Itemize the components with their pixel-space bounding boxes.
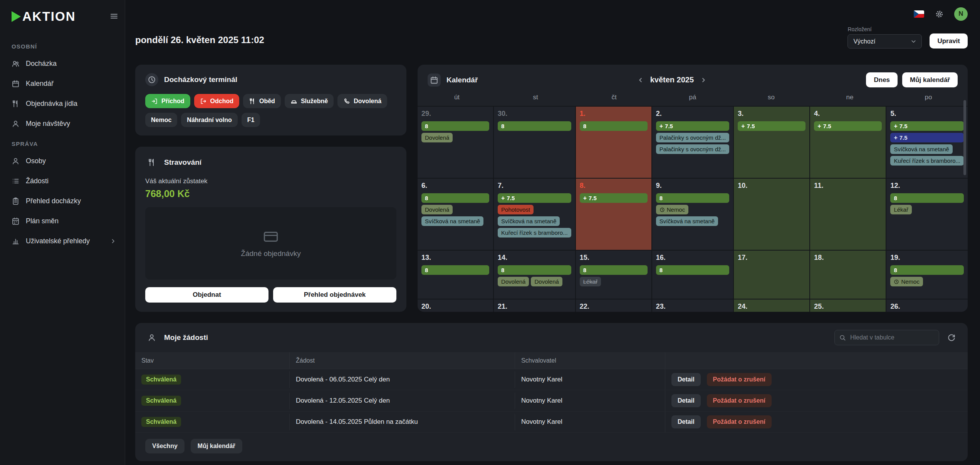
calendar-event-bar[interactable]: 8 (656, 265, 730, 275)
filter-vsechny[interactable]: Všechny (145, 439, 185, 453)
calendar-event-bar[interactable]: 8 (498, 265, 571, 275)
orders-overview-button[interactable]: Přehled objednávek (273, 287, 396, 303)
calendar-day-cell[interactable]: 13.8 (418, 251, 493, 299)
czech-flag-icon[interactable] (914, 10, 924, 18)
calendar-event-plus[interactable]: +7.5 (656, 121, 730, 131)
calendar-day-cell[interactable]: 24. (734, 299, 809, 312)
user-avatar[interactable]: N (954, 7, 968, 21)
calendar-event-plus[interactable]: +7.5 (890, 121, 964, 131)
terminal-button-sluzebne[interactable]: Služebně (285, 94, 334, 108)
calendar-day-cell[interactable]: 26. (886, 299, 968, 312)
calendar-day-cell[interactable]: 21. (494, 299, 575, 312)
today-button[interactable]: Dnes (866, 72, 898, 87)
calendar-event-olive[interactable]: Dovolená (421, 133, 453, 142)
terminal-button-dovolena[interactable]: Dovolená (337, 94, 387, 108)
terminal-button-nahradni-volno[interactable]: Náhradní volno (181, 113, 237, 127)
calendar-day-cell[interactable]: 19.8Nemoc (886, 251, 968, 299)
calendar-scrollbar[interactable] (963, 100, 966, 175)
calendar-event-bar[interactable]: 8 (421, 121, 489, 131)
cancel-request-button[interactable]: Požádat o zrušení (707, 394, 772, 407)
calendar-event-bar[interactable]: 8 (656, 193, 730, 203)
sidebar-item-kalendar[interactable]: Kalendář (0, 74, 125, 94)
calendar-day-cell[interactable]: 12.8Lékař (886, 179, 968, 250)
calendar-event-olive[interactable]: Dovolená (531, 277, 562, 286)
calendar-event-red[interactable]: Pohotovost (498, 205, 534, 214)
sidebar-item-prehled-dochazky[interactable]: Přehled docházky (0, 191, 125, 211)
calendar-day-cell[interactable]: 23. (652, 299, 733, 312)
calendar-event-bar[interactable]: 8 (580, 265, 648, 275)
edit-layout-button[interactable]: Upravit (930, 33, 968, 49)
calendar-event-bar[interactable]: 8 (890, 193, 964, 203)
calendar-day-cell[interactable]: 18. (810, 251, 886, 299)
sidebar-item-osoby[interactable]: Osoby (0, 151, 125, 171)
terminal-button-f1[interactable]: F1 (242, 113, 260, 127)
calendar-day-cell[interactable]: 17. (734, 251, 809, 299)
calendar-day-cell[interactable]: 1.8 (576, 107, 651, 178)
calendar-day-cell[interactable]: 7.+7.5PohotovostSvíčková na smetaněKuřec… (494, 179, 575, 250)
terminal-button-nemoc[interactable]: Nemoc (145, 113, 177, 127)
calendar-event-teal[interactable]: Svíčková na smetaně (656, 216, 718, 226)
sidebar-item-objednavka-jidla[interactable]: Objednávka jídla (0, 94, 125, 114)
calendar-event-olive[interactable]: Dovolená (421, 205, 453, 214)
calendar-event-teal[interactable]: Kuřecí řízek s bramboro... (498, 228, 571, 238)
calendar-day-cell[interactable]: 2.+7.5Palačinky s ovocným dž...Palačinky… (652, 107, 733, 178)
calendar-event-teal[interactable]: Svíčková na smetaně (421, 216, 483, 226)
calendar-day-cell[interactable]: 9.8NemocSvíčková na smetaně (652, 179, 733, 250)
calendar-event-plus[interactable]: +7.5 (580, 193, 648, 203)
calendar-event-plus-blue[interactable]: +7.5 (890, 133, 964, 142)
calendar-event-gray[interactable]: Lékař (580, 277, 601, 286)
filter-muj-kalendar[interactable]: Můj kalendář (191, 439, 242, 453)
calendar-event-teal[interactable]: Kuřecí řízek s bramboro... (890, 156, 964, 166)
settings-button[interactable] (933, 7, 946, 20)
sidebar-item-zadosti[interactable]: Žádosti (0, 171, 125, 191)
detail-button[interactable]: Detail (671, 373, 701, 386)
calendar-event-bar[interactable]: 8 (498, 121, 571, 131)
calendar-day-cell[interactable]: 5.+7.5+7.5Svíčková na smetaněKuřecí říze… (886, 107, 968, 178)
calendar-day-cell[interactable]: 22. (576, 299, 651, 312)
calendar-day-cell[interactable]: 4.+7.5 (810, 107, 886, 178)
sidebar-item-dochazka[interactable]: Docházka (0, 54, 125, 74)
terminal-button-odchod[interactable]: Odchod (194, 94, 239, 108)
calendar-event-olive[interactable]: Dovolená (498, 277, 529, 286)
detail-button[interactable]: Detail (671, 415, 701, 428)
calendar-day-cell[interactable]: 30.8 (494, 107, 575, 178)
refresh-button[interactable] (945, 331, 958, 344)
calendar-day-cell[interactable]: 11. (810, 179, 886, 250)
calendar-day-cell[interactable]: 6.8DovolenáSvíčková na smetaně (418, 179, 493, 250)
search-input[interactable] (834, 330, 939, 345)
calendar-day-cell[interactable]: 20. (418, 299, 493, 312)
calendar-event-olive[interactable]: Lékař (890, 205, 912, 214)
calendar-event-bar[interactable]: 8 (890, 265, 964, 275)
sidebar-item-plan-smen[interactable]: Plán směn (0, 211, 125, 231)
calendar-event-olive[interactable]: Nemoc (890, 277, 923, 286)
calendar-day-cell[interactable]: 8.+7.5 (576, 179, 651, 250)
calendar-day-cell[interactable]: 15.8Lékař (576, 251, 651, 299)
sidebar-item-uzivatelske-prehledy[interactable]: Uživatelské přehledy (0, 231, 125, 251)
terminal-button-obed[interactable]: Oběd (243, 94, 281, 108)
calendar-day-cell[interactable]: 29.8Dovolená (418, 107, 493, 178)
sidebar-item-moje-navstevy[interactable]: Moje návštěvy (0, 114, 125, 134)
calendar-event-plus[interactable]: +7.5 (498, 193, 571, 203)
calendar-event-bar[interactable]: 8 (421, 193, 489, 203)
calendar-day-cell[interactable]: 3.+7.5 (734, 107, 809, 178)
calendar-event-bar[interactable]: 8 (580, 121, 648, 131)
calendar-event-bar[interactable]: 8 (421, 265, 489, 275)
calendar-day-cell[interactable]: 25. (810, 299, 886, 312)
calendar-event-olive[interactable]: Nemoc (656, 205, 689, 214)
cancel-request-button[interactable]: Požádat o zrušení (707, 415, 772, 428)
cancel-request-button[interactable]: Požádat o zrušení (707, 373, 772, 386)
detail-button[interactable]: Detail (671, 394, 701, 407)
calendar-day-cell[interactable]: 16.8 (652, 251, 733, 299)
aktion-logo[interactable]: AKTION (12, 9, 76, 24)
previous-month-button[interactable] (635, 74, 646, 86)
calendar-event-teal[interactable]: Svíčková na smetaně (890, 144, 952, 154)
menu-toggle-button[interactable] (107, 10, 121, 23)
calendar-day-cell[interactable]: 14.8DovolenáDovolená (494, 251, 575, 299)
layout-select[interactable]: Výchozí (847, 34, 922, 49)
order-button[interactable]: Objednat (145, 287, 268, 303)
calendar-event-teal[interactable]: Palačinky s ovocným dž... (656, 144, 730, 154)
calendar-event-plus[interactable]: +7.5 (814, 121, 882, 131)
next-month-button[interactable] (698, 74, 709, 86)
calendar-event-teal[interactable]: Svíčková na smetaně (498, 216, 560, 226)
calendar-day-cell[interactable]: 10. (734, 179, 809, 250)
